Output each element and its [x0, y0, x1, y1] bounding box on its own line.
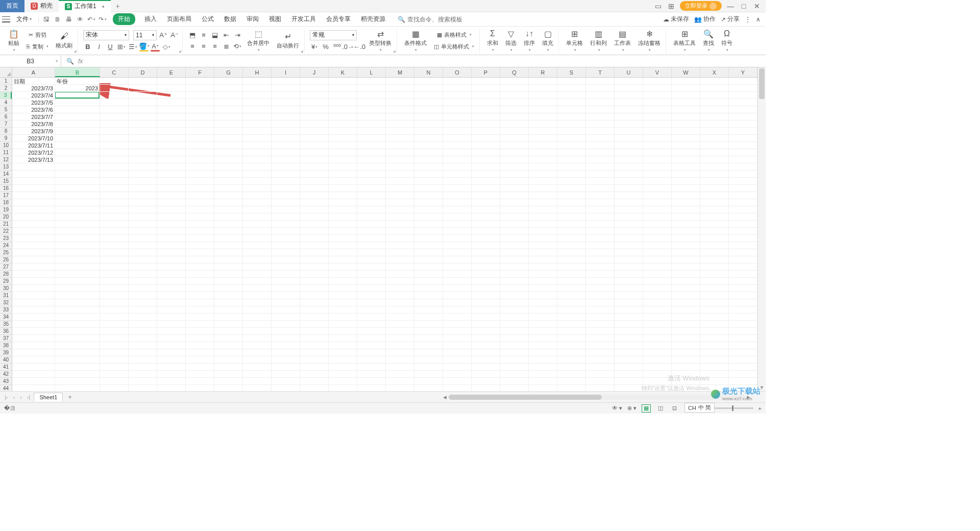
cell-A2[interactable]: 2023/7/3 [12, 85, 55, 92]
qa-save-icon[interactable]: 🖫 [42, 15, 51, 23]
col-header-A[interactable]: A [12, 67, 55, 77]
row-header-33[interactable]: 33 [0, 306, 12, 313]
col-header-Q[interactable]: Q [500, 67, 529, 77]
cell-B1[interactable]: 年份 [55, 78, 100, 85]
row-header-30[interactable]: 30 [0, 285, 12, 292]
col-header-N[interactable]: N [414, 67, 443, 77]
row-header-36[interactable]: 36 [0, 328, 12, 335]
col-header-F[interactable]: F [186, 67, 214, 77]
wrap-button[interactable]: ↵自动换行 [275, 31, 301, 51]
col-header-O[interactable]: O [443, 67, 472, 77]
fx-search-icon[interactable]: 🔍 [66, 58, 74, 65]
row-header-38[interactable]: 38 [0, 342, 12, 349]
cell-B2[interactable]: 2023 [55, 85, 100, 92]
row-header-20[interactable]: 20 [0, 213, 12, 221]
type-convert-button[interactable]: ⇄类型转换 [367, 28, 394, 53]
row-header-8[interactable]: 8 [0, 128, 12, 135]
qa-redo-icon[interactable]: ↷ [99, 15, 107, 23]
merge-button[interactable]: ⬚合并居中 [245, 28, 272, 53]
row-header-44[interactable]: 44 [0, 385, 12, 391]
orientation-icon[interactable]: ⟲ [233, 42, 242, 51]
row-header-6[interactable]: 6 [0, 113, 12, 120]
align-top-icon[interactable]: ⬒ [188, 31, 197, 40]
row-header-11[interactable]: 11 [0, 149, 12, 156]
view-normal-icon[interactable]: ▦ [642, 404, 651, 413]
indent-increase-icon[interactable]: ⇥ [233, 31, 242, 40]
col-header-J[interactable]: J [300, 67, 329, 77]
sheet-next-icon[interactable]: › [18, 394, 23, 400]
sheet-first-icon[interactable]: |‹ [3, 394, 10, 400]
col-header-R[interactable]: R [529, 67, 557, 77]
sheet-add-icon[interactable]: + [65, 393, 75, 401]
cell-button[interactable]: ⊞单元格 [564, 28, 585, 53]
row-header-25[interactable]: 25 [0, 249, 12, 256]
fill-color-icon[interactable]: 🪣 [139, 42, 149, 52]
col-header-I[interactable]: I [272, 67, 300, 77]
collapse-ribbon[interactable]: ∧ [756, 16, 761, 23]
row-header-27[interactable]: 27 [0, 263, 12, 271]
hscroll-thumb[interactable] [449, 395, 602, 400]
col-header-M[interactable]: M [386, 67, 414, 77]
cell-A1[interactable]: 日期 [12, 78, 55, 85]
cell-A4[interactable]: 2023/7/5 [12, 99, 55, 106]
tab-workbook[interactable]: S 工作簿1 • [59, 0, 111, 12]
find-button[interactable]: 🔍查找 [701, 28, 716, 53]
sort-button[interactable]: ↓↑排序 [522, 28, 537, 53]
cell-A3[interactable]: 2023/7/4 [12, 92, 55, 99]
qa-undo-icon[interactable]: ↶ [87, 15, 95, 23]
minimize-icon[interactable]: — [726, 2, 735, 11]
tab-home[interactable]: 首页 [0, 0, 24, 12]
sheet-last-icon[interactable]: ›| [26, 394, 32, 400]
bold-icon[interactable]: B [83, 42, 92, 52]
line-style-icon[interactable]: ☰ [128, 42, 137, 52]
collab-button[interactable]: 👥 协作 [694, 15, 716, 23]
font-name-select[interactable]: 宋体▾ [83, 30, 129, 40]
row-header-3[interactable]: 3 [0, 92, 12, 99]
cell-A9[interactable]: 2023/7/10 [12, 135, 55, 142]
col-header-T[interactable]: T [586, 67, 615, 77]
justify-icon[interactable]: ≣ [222, 42, 231, 51]
more-menu[interactable]: ⋮ [745, 16, 751, 23]
search-box[interactable]: 🔍 [398, 16, 469, 23]
row-header-41[interactable]: 41 [0, 364, 12, 371]
align-right-icon[interactable]: ≡ [210, 42, 219, 51]
sheet-prev-icon[interactable]: ‹ [12, 394, 17, 400]
cell-A6[interactable]: 2023/7/7 [12, 113, 55, 120]
view-page-icon[interactable]: ◫ [656, 404, 665, 413]
rowcol-button[interactable]: ▥行和列 [588, 28, 609, 53]
align-bottom-icon[interactable]: ⬓ [210, 31, 219, 40]
zoom-in-icon[interactable]: + [758, 405, 762, 412]
row-header-10[interactable]: 10 [0, 142, 12, 149]
row-header-17[interactable]: 17 [0, 192, 12, 199]
col-header-E[interactable]: E [157, 67, 186, 77]
formula-input[interactable] [88, 56, 766, 67]
hamburger-icon[interactable] [2, 16, 10, 22]
currency-icon[interactable]: ¥ [310, 42, 319, 52]
cut-button[interactable]: ✂剪切 [24, 30, 51, 40]
col-header-K[interactable]: K [329, 67, 357, 77]
font-increase-icon[interactable]: A⁺ [159, 31, 168, 40]
login-button[interactable]: 立即登录 [680, 1, 722, 11]
row-header-43[interactable]: 43 [0, 378, 12, 385]
row-header-35[interactable]: 35 [0, 321, 12, 328]
cell-A5[interactable]: 2023/7/6 [12, 106, 55, 113]
row-header-4[interactable]: 4 [0, 99, 12, 106]
font-size-select[interactable]: 11▾ [133, 30, 157, 40]
col-header-S[interactable]: S [557, 67, 586, 77]
row-header-22[interactable]: 22 [0, 228, 12, 235]
cell-A11[interactable]: 2023/7/12 [12, 149, 55, 156]
tab-insert[interactable]: 插入 [143, 13, 158, 26]
row-header-26[interactable]: 26 [0, 256, 12, 263]
percent-icon[interactable]: % [321, 42, 330, 52]
view-break-icon[interactable]: ⊡ [670, 404, 679, 413]
border-icon[interactable]: ⊞ [117, 42, 126, 52]
sheet-tab[interactable]: Sheet1 [34, 393, 63, 401]
row-header-34[interactable]: 34 [0, 313, 12, 321]
qa-saveas-icon[interactable]: 🗎 [54, 15, 62, 23]
col-header-U[interactable]: U [615, 67, 643, 77]
row-header-5[interactable]: 5 [0, 106, 12, 113]
row-header-14[interactable]: 14 [0, 171, 12, 178]
row-header-21[interactable]: 21 [0, 221, 12, 228]
cell-A7[interactable]: 2023/7/8 [12, 120, 55, 128]
row-header-37[interactable]: 37 [0, 335, 12, 342]
